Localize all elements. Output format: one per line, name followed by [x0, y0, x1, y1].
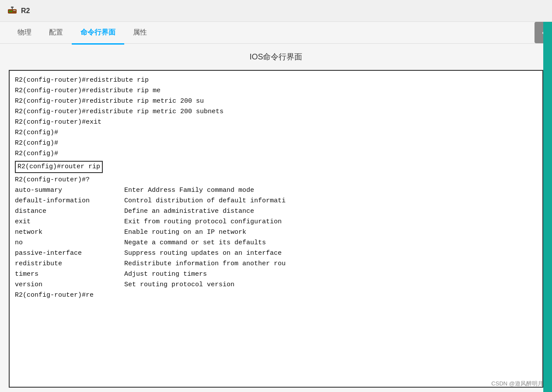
svg-rect-5 — [11, 7, 14, 8]
tab-bar: 物理 配置 命令行界面 属性 ‹ — [0, 22, 552, 44]
right-sidebar — [543, 22, 552, 392]
help-cmd: redistribute — [15, 259, 124, 269]
help-row: no Negate a command or set its defaults — [15, 238, 537, 248]
terminal-line: R2(config-router)#redistribute rip me — [15, 86, 537, 96]
terminal-line: R2(config-router)#redistribute rip metri… — [15, 107, 537, 117]
help-cmd: distance — [15, 206, 124, 217]
help-desc: Redistribute information from another ro… — [124, 259, 286, 269]
help-desc: Exit from routing protocol configuration — [124, 217, 282, 227]
help-cmd: default-information — [15, 196, 124, 206]
help-cmd: timers — [15, 269, 124, 280]
help-desc: Define an administrative distance — [124, 206, 254, 217]
help-cmd: no — [15, 238, 124, 248]
help-desc: Enter Address Family command mode — [124, 185, 254, 196]
help-desc: Set routing protocol version — [124, 280, 234, 290]
watermark: CSDN @遊风醉明月 — [491, 380, 543, 388]
help-desc: Control distribution of default informat… — [124, 196, 286, 206]
help-row: version Set routing protocol version — [15, 280, 537, 290]
help-row: network Enable routing on an IP network — [15, 227, 537, 238]
help-row: timers Adjust routing timers — [15, 269, 537, 280]
help-cmd: passive-interface — [15, 248, 124, 259]
terminal-line: R2(config-router)#? — [15, 175, 537, 185]
terminal-line: R2(config)# — [15, 128, 537, 138]
window-title: R2 — [21, 7, 30, 15]
help-desc: Negate a command or set its defaults — [124, 238, 266, 248]
main-window: R2 物理 配置 命令行界面 属性 ‹ IOS命令行界面 R2(config-r… — [0, 0, 552, 392]
terminal-line: R2(config)# — [15, 149, 537, 159]
tab-cli[interactable]: 命令行界面 — [72, 24, 124, 41]
help-table: auto-summary Enter Address Family comman… — [15, 185, 537, 290]
help-row: passive-interface Suppress routing updat… — [15, 248, 537, 259]
help-desc: Suppress routing updates on an interface — [124, 248, 282, 259]
help-cmd: auto-summary — [15, 185, 124, 196]
tab-properties[interactable]: 属性 — [124, 24, 156, 41]
help-cmd: exit — [15, 217, 124, 227]
svg-point-2 — [11, 10, 12, 12]
help-cmd: network — [15, 227, 124, 238]
svg-point-1 — [9, 10, 10, 12]
help-row: exit Exit from routing protocol configur… — [15, 217, 537, 227]
terminal-area[interactable]: R2(config-router)#redistribute rip R2(co… — [9, 70, 543, 388]
help-row: redistribute Redistribute information fr… — [15, 259, 537, 269]
tab-config[interactable]: 配置 — [40, 24, 72, 41]
tab-physical[interactable]: 物理 — [9, 24, 40, 41]
router-icon — [7, 6, 17, 16]
terminal-line: R2(config-router)#redistribute rip metri… — [15, 96, 537, 107]
help-desc: Enable routing on an IP network — [124, 227, 246, 238]
help-desc: Adjust routing timers — [124, 269, 207, 280]
content-area: IOS命令行界面 R2(config-router)#redistribute … — [0, 44, 552, 392]
section-title: IOS命令行界面 — [9, 48, 543, 66]
terminal-line-highlighted: R2(config)#router rip — [15, 161, 103, 173]
terminal-last-line: R2(config-router)#re — [15, 290, 537, 301]
terminal-line: R2(config-router)#exit — [15, 117, 537, 128]
help-row: distance Define an administrative distan… — [15, 206, 537, 217]
help-cmd: version — [15, 280, 124, 290]
svg-rect-3 — [13, 10, 16, 11]
terminal-line: R2(config-router)#redistribute rip — [15, 75, 537, 86]
title-bar: R2 — [0, 0, 552, 22]
terminal-line: R2(config)# — [15, 138, 537, 149]
help-row: auto-summary Enter Address Family comman… — [15, 185, 537, 196]
help-row: default-information Control distribution… — [15, 196, 537, 206]
